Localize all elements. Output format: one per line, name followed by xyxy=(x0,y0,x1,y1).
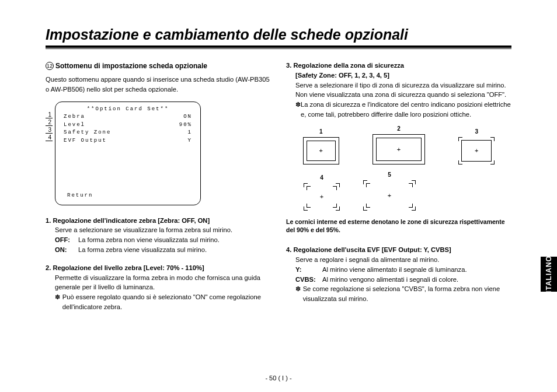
item-desc: Serve a regolare i segnali da alimentare… xyxy=(295,255,511,265)
menu-row-numbers: 1 2 3 4 xyxy=(46,102,53,141)
center-cross-icon: + xyxy=(320,192,323,202)
center-cross-icon: + xyxy=(475,146,478,156)
safety-zone-diagram: 1 + 2 + 3 xyxy=(286,124,511,211)
center-cross-icon: + xyxy=(388,191,391,201)
item-3: 3. Regolazione della zona di sicurezza [… xyxy=(286,61,511,235)
item-note: ✽Può essere regolato quando si è selezio… xyxy=(55,292,271,312)
osd-menu-row: Level90% xyxy=(64,121,192,130)
sz-box: + xyxy=(303,137,339,164)
sz-num: 2 xyxy=(373,124,425,133)
option-key: OFF: xyxy=(55,235,78,245)
note-text: Se come regolazione si seleziona "CVBS",… xyxy=(303,284,511,304)
sz-variant-4: 4 + xyxy=(304,173,340,211)
osd-row-label: EVF Output xyxy=(64,137,107,145)
circled-number-icon: 12 xyxy=(46,62,54,70)
osd-menu-figure: 1 2 3 4 **Option Card Set** ZebraON Leve… xyxy=(46,102,271,205)
menu-num: 1 xyxy=(46,111,53,118)
item-heading: 1. Regolazione dell'indicatore zebra [Ze… xyxy=(46,216,271,226)
center-cross-icon: + xyxy=(319,146,322,156)
left-column: 12Sottomenu di impostazione scheda opzio… xyxy=(46,61,271,320)
item-heading-line2: [Safety Zone: OFF, 1, 2, 3, 4, 5] xyxy=(295,71,511,80)
osd-row-value: 90% xyxy=(179,121,192,130)
osd-menu-title: **Option Card Set** xyxy=(64,106,192,114)
sz-box: + xyxy=(458,137,495,164)
menu-num: 3 xyxy=(46,126,53,134)
sz-box: + xyxy=(304,183,340,211)
title-rule xyxy=(46,48,511,49)
sz-num: 1 xyxy=(303,127,339,136)
item-desc: Permette di visualizzare la forma zebra … xyxy=(55,273,271,293)
osd-row-value: Y xyxy=(188,137,192,145)
item-2: 2. Regolazione del livello zebra [Level:… xyxy=(46,263,271,312)
center-cross-icon: + xyxy=(397,145,401,155)
osd-menu-row: ZebraON xyxy=(64,113,192,121)
menu-num: 2 xyxy=(46,118,53,126)
two-column-layout: 12Sottomenu di impostazione scheda opzio… xyxy=(46,61,511,320)
section-heading: 12Sottomenu di impostazione scheda opzio… xyxy=(46,61,271,71)
sz-variant-3: 3 + xyxy=(458,127,495,164)
osd-menu-row: EVF OutputY xyxy=(64,137,192,145)
item-desc: Serve a selezionare il tipo di zona di s… xyxy=(295,80,511,100)
language-tab: ITALIANO xyxy=(541,257,557,292)
option-row: CVBS:Al mirino vengono alimentati i segn… xyxy=(295,275,511,285)
osd-row-value: ON xyxy=(183,113,192,121)
item-note: ✽Se come regolazione si seleziona "CVBS"… xyxy=(295,284,511,304)
sz-box: + xyxy=(373,134,425,164)
option-row: OFF:La forma zebra non viene visualizzat… xyxy=(55,235,271,245)
page-title: Impostazione e cambiamento delle schede … xyxy=(46,26,511,48)
osd-row-label: Zebra xyxy=(64,113,85,121)
option-key: Y: xyxy=(295,265,322,275)
osd-menu-return: Return xyxy=(67,192,93,200)
item-1: 1. Regolazione dell'indicatore zebra [Ze… xyxy=(46,216,271,255)
sz-num: 5 xyxy=(363,170,416,179)
option-val: La forma zebra non viene visualizzata su… xyxy=(78,235,220,245)
osd-menu-row: Safety Zone1 xyxy=(64,129,192,137)
menu-num: 4 xyxy=(46,134,53,141)
note-symbol-icon: ✽ xyxy=(295,100,301,120)
option-val: La forma zebra viene visualizzata sul mi… xyxy=(78,245,207,255)
option-key: ON: xyxy=(55,245,78,255)
note-symbol-icon: ✽ xyxy=(55,292,62,312)
sz-num: 3 xyxy=(458,127,495,136)
note-text: Può essere regolato quando si è selezion… xyxy=(62,292,271,312)
osd-menu-box: **Option Card Set** ZebraON Level90% Saf… xyxy=(55,102,201,205)
option-val: Al mirino viene alimentato il segnale di… xyxy=(322,265,467,275)
sz-variant-1: 1 + xyxy=(303,127,339,164)
osd-row-value: 1 xyxy=(188,129,192,137)
sz-caption: Le cornici interne ed esterne denotano l… xyxy=(286,218,511,235)
option-val: Al mirino vengono alimentati i segnali d… xyxy=(322,275,458,285)
sz-variant-2: 2 + xyxy=(373,124,425,164)
osd-row-label: Level xyxy=(64,121,85,130)
osd-row-label: Safety Zone xyxy=(64,129,111,137)
item-heading: 3. Regolazione della zona di sicurezza xyxy=(286,61,511,71)
item-4: 4. Regolazione dell'uscita EVF [EVF Outp… xyxy=(286,245,511,304)
item-heading: 4. Regolazione dell'uscita EVF [EVF Outp… xyxy=(286,245,511,255)
page-number: - 50 ( I ) - xyxy=(0,374,557,382)
note-text: La zona di sicurezza e l'indicatore del … xyxy=(301,100,511,120)
option-row: ON:La forma zebra viene visualizzata sul… xyxy=(55,245,271,255)
item-note: ✽La zona di sicurezza e l'indicatore del… xyxy=(295,100,511,120)
section-intro: Questo sottomenu appare quando si inseri… xyxy=(46,75,271,94)
option-row: Y:Al mirino viene alimentato il segnale … xyxy=(295,265,511,275)
sz-variant-5: 5 + xyxy=(363,170,416,211)
section-heading-text: Sottomenu di impostazione scheda opziona… xyxy=(55,62,207,70)
item-heading: 2. Regolazione del livello zebra [Level:… xyxy=(46,263,271,273)
option-key: CVBS: xyxy=(295,275,322,285)
note-symbol-icon: ✽ xyxy=(295,284,303,304)
language-tab-label: ITALIANO xyxy=(545,256,553,293)
right-column: 3. Regolazione della zona di sicurezza [… xyxy=(286,61,511,320)
sz-num: 4 xyxy=(304,173,340,182)
item-desc: Serve a selezionare se visualizzare la f… xyxy=(55,225,271,235)
sz-box: + xyxy=(363,180,416,211)
